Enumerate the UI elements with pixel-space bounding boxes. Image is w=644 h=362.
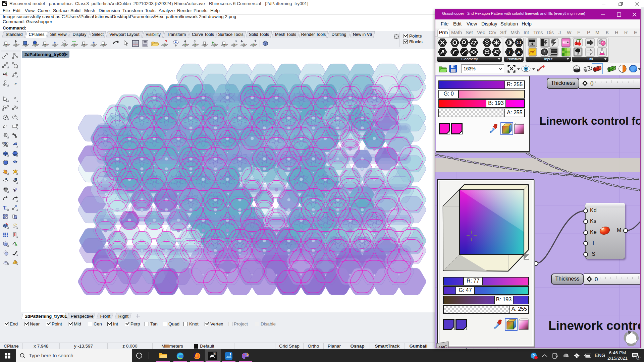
- svg-text:A: A: [517, 50, 521, 55]
- svg-text:0.1: 0.1: [517, 41, 521, 45]
- svg-text:7: 7: [508, 50, 511, 55]
- svg-text:T: T: [3, 205, 6, 210]
- svg-text:0: 0: [590, 80, 593, 87]
- svg-text:»: »: [14, 81, 17, 86]
- svg-text:6: 6: [214, 352, 216, 355]
- svg-text:3: 3: [638, 356, 640, 360]
- svg-text:0: 0: [595, 276, 598, 283]
- svg-text:!: !: [536, 357, 536, 360]
